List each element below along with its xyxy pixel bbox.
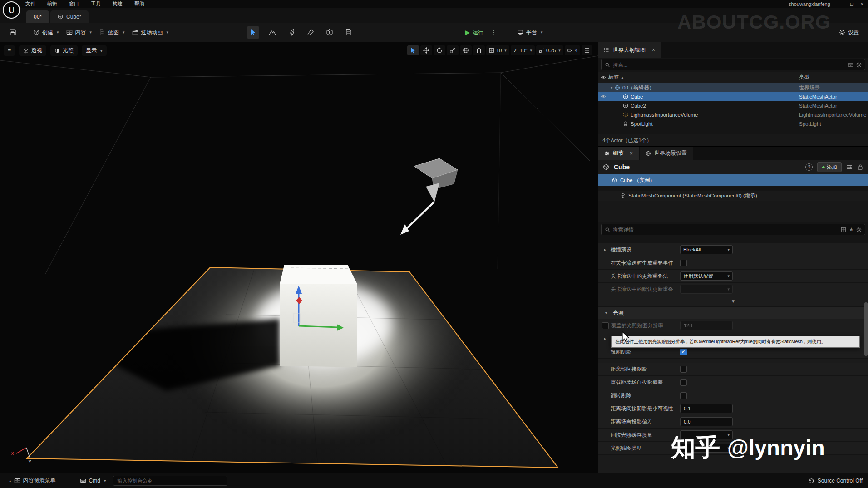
tab-cube-asset[interactable]: Cube* (50, 10, 89, 23)
mesh-paint-mode-button[interactable] (304, 26, 316, 39)
collision-preset-dropdown[interactable]: BlockAll ▾ (680, 245, 733, 254)
landscape-mode-button[interactable] (266, 26, 278, 39)
outliner-row-spotlight[interactable]: SpotLight SpotLight (598, 119, 868, 128)
fracture-mode-button[interactable] (323, 26, 335, 39)
cast-shadow-checkbox[interactable] (680, 349, 687, 355)
property-row-update-overlap-method[interactable]: 关卡流送中的更新重叠法 使用默认配置 ▾ (598, 270, 868, 283)
component-row[interactable]: StaticMeshComponent (StaticMeshComponent… (598, 191, 868, 201)
tab-level-00[interactable]: 00* (26, 10, 49, 23)
menu-edit[interactable]: 编辑 (47, 0, 57, 7)
camera-speed-button[interactable]: 4 (565, 45, 580, 55)
flip-culling-checkbox[interactable] (680, 392, 687, 399)
eye-icon[interactable] (601, 94, 606, 99)
save-button[interactable] (5, 26, 20, 39)
details-search-input[interactable] (613, 227, 838, 232)
settings-button[interactable]: 设置 (839, 29, 863, 36)
outliner-search-input[interactable] (613, 62, 845, 68)
content-button[interactable]: 内容▾ (63, 26, 96, 39)
save-search-icon[interactable] (848, 62, 853, 68)
scale-tool-button[interactable] (447, 45, 459, 55)
update-overlap-method-dropdown[interactable]: 使用默认配置 ▾ (680, 271, 733, 281)
lightmap-res-field[interactable]: 128 (680, 321, 733, 330)
lit-mode-button[interactable]: 光照 (50, 45, 78, 56)
property-row-df-indirect-shadow[interactable]: 距离场间接阴影 (598, 363, 868, 376)
foliage-mode-button[interactable] (285, 26, 297, 39)
rotation-snap-button[interactable]: ∠ 10° ▾ (511, 45, 535, 55)
perspective-button[interactable]: 透视 (19, 45, 46, 56)
property-row-df-self-shadow-bias[interactable]: 距离场自投影偏差 0.0 (598, 415, 868, 429)
close-icon[interactable]: × (652, 47, 655, 53)
override-df-bias-checkbox[interactable] (680, 379, 687, 386)
create-button[interactable]: 创建▾ (30, 26, 63, 39)
outliner-row-cube[interactable]: Cube StaticMeshActor (598, 92, 868, 101)
outliner-tab[interactable]: 世界大纲视图 × (598, 42, 661, 58)
tab-details[interactable]: 细节 × (598, 147, 639, 160)
animation-mode-button[interactable] (342, 26, 355, 39)
maximize-viewport-button[interactable] (582, 45, 592, 55)
expander-icon[interactable]: ▸ (602, 247, 608, 252)
help-icon[interactable]: ? (805, 163, 813, 171)
minimize-button[interactable]: – (840, 1, 843, 7)
grid-snap-button[interactable]: 10 ▾ (486, 45, 509, 55)
close-button[interactable]: × (861, 1, 863, 7)
column-type[interactable]: 类型 (799, 74, 868, 81)
property-row-indirect-cache-quality[interactable]: 间接光照缓存质量 ▾ (598, 429, 868, 442)
menu-help[interactable]: 帮助 (134, 0, 144, 7)
override-lightmap-res-checkbox[interactable] (602, 322, 609, 329)
content-drawer-button[interactable]: ▴ 内容侧滑菜单 (5, 475, 59, 486)
df-indirect-shadow-checkbox[interactable] (680, 366, 687, 373)
property-row-df-min-visibility[interactable]: 距离场间接阴影最小可视性 0.1 (598, 402, 868, 415)
source-control-button[interactable]: Source Control Off (808, 478, 863, 484)
maximize-button[interactable]: □ (850, 1, 853, 7)
outliner-row-world[interactable]: ▾ 00（编辑器） 世界场景 (598, 83, 868, 92)
rotate-tool-button[interactable] (434, 45, 445, 55)
property-row-lightmap-type[interactable]: 光照贴图类型 ▾ (598, 442, 868, 455)
df-self-shadow-bias-field[interactable]: 0.0 (680, 417, 733, 426)
console-command-input[interactable] (113, 476, 227, 486)
outliner-row-cube2[interactable]: Cube2 StaticMeshActor (598, 101, 868, 110)
viewport-scene[interactable]: X Y (0, 42, 598, 473)
close-icon[interactable]: × (630, 150, 633, 157)
lightmap-type-dropdown[interactable]: ▾ (680, 444, 733, 453)
outliner-row-lightmass-volume[interactable]: LightmassImportanceVolume LightmassImpor… (598, 110, 868, 119)
view-options-icon[interactable] (841, 227, 846, 232)
property-row-collision-preset[interactable]: ▸ 碰撞预设 BlockAll ▾ (598, 243, 868, 256)
add-component-button[interactable]: + 添加 (817, 162, 842, 172)
viewport-options-button[interactable]: ≡ (4, 45, 15, 56)
gear-icon[interactable] (856, 62, 862, 68)
details-scrollbar[interactable] (864, 302, 868, 356)
expander-icon[interactable]: ▾ (608, 85, 615, 90)
select-tool-button[interactable] (407, 45, 419, 55)
blueprint-button[interactable]: 蓝图▾ (95, 26, 128, 39)
menu-tools[interactable]: 工具 (91, 0, 101, 7)
menu-file[interactable]: 文件 (25, 0, 35, 7)
world-local-toggle[interactable] (460, 45, 472, 55)
eye-icon[interactable] (601, 75, 606, 80)
indirect-cache-quality-dropdown[interactable]: ▾ (680, 430, 733, 439)
cmd-selector[interactable]: Cmd ▾ (77, 476, 109, 486)
viewport[interactable]: X Y ≡ 透视 光照 显示 ▾ 10 ▾ ∠ 10° (0, 42, 598, 473)
expander-icon[interactable]: ▸ (602, 336, 608, 341)
select-mode-button[interactable] (247, 26, 259, 39)
property-row-flip-culling[interactable]: 翻转剔除 (598, 389, 868, 402)
surface-snap-button[interactable] (473, 45, 485, 55)
favorites-icon[interactable]: ★ (849, 227, 853, 232)
cube-mesh[interactable] (280, 265, 357, 367)
property-row-generate-overlap[interactable]: 在关卡流送时生成重叠事件 (598, 256, 868, 270)
property-row-default-update-overlap[interactable]: 关卡流送中的默认更新重叠 ▾ (598, 283, 868, 296)
translate-tool-button[interactable] (420, 45, 432, 55)
instance-row[interactable]: Cube （实例） (598, 174, 868, 186)
generate-overlap-checkbox[interactable] (680, 260, 687, 266)
play-options-icon[interactable]: ⋮ (491, 29, 497, 36)
gear-icon[interactable] (856, 227, 862, 232)
tab-world-settings[interactable]: 世界场景设置 (640, 147, 693, 160)
property-row-override-lightmap-res[interactable]: 覆盖的光照贴图分辨率 128 (598, 319, 868, 332)
platform-button[interactable]: 平台▾ (513, 26, 547, 39)
detail-options-icon[interactable] (846, 164, 853, 170)
lock-icon[interactable] (857, 164, 863, 170)
menu-window[interactable]: 窗口 (69, 0, 79, 7)
advanced-expander-row[interactable]: ▼ (598, 296, 868, 307)
cinematics-button[interactable]: 过场动画▾ (128, 26, 173, 39)
lighting-section-header[interactable]: ▾ 光照 (598, 307, 868, 319)
df-min-visibility-field[interactable]: 0.1 (680, 404, 733, 413)
